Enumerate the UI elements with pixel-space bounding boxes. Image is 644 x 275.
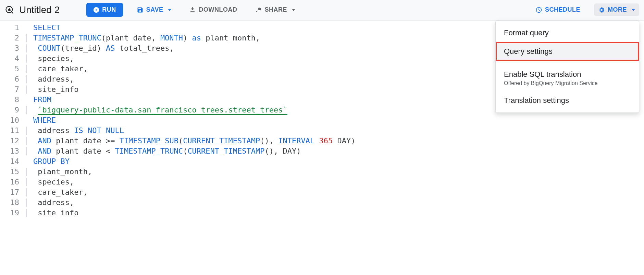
indent-guide	[26, 55, 27, 63]
indent-guide	[26, 34, 27, 42]
code-content: address IS NOT NULL	[33, 125, 124, 136]
run-label: RUN	[102, 6, 116, 13]
indent-guide	[26, 85, 27, 94]
code-content: address,	[33, 74, 74, 84]
code-content: WHERE	[33, 115, 56, 125]
schedule-icon	[535, 7, 542, 13]
run-button[interactable]: RUN	[86, 3, 123, 17]
line-number: 19	[0, 208, 24, 218]
indent-guide	[26, 106, 27, 114]
line-number: 14	[0, 156, 24, 167]
menu-enable-sql-translation[interactable]: Enable SQL translation Offered by BigQue…	[496, 65, 639, 91]
code-content: COUNT(tree_id) AS total_trees,	[33, 43, 174, 53]
code-content: FROM	[33, 95, 51, 105]
line-number: 11	[0, 125, 24, 136]
code-content: AND plant_date >= TIMESTAMP_SUB(CURRENT_…	[33, 136, 355, 146]
indent-guide	[26, 75, 27, 83]
code-content: AND plant_date < TIMESTAMP_TRUNC(CURRENT…	[33, 146, 301, 156]
indent-guide	[26, 199, 27, 207]
save-label: SAVE	[146, 6, 163, 13]
line-number: 6	[0, 74, 24, 84]
more-dropdown: Format query Query settings Enable SQL t…	[495, 21, 639, 113]
code-content: GROUP BY	[33, 156, 70, 167]
editor-line[interactable]: 16 species,	[0, 177, 644, 187]
menu-translate-label: Enable SQL translation	[504, 70, 631, 79]
line-number: 2	[0, 33, 24, 43]
save-button[interactable]: SAVE	[133, 3, 176, 16]
chevron-down-icon	[292, 9, 295, 11]
indent-guide	[26, 147, 27, 155]
more-button[interactable]: MORE	[594, 3, 639, 16]
indent-guide	[26, 178, 27, 186]
download-button[interactable]: DOWNLOAD	[185, 3, 241, 16]
code-content: care_taker,	[33, 187, 88, 198]
schedule-button[interactable]: SCHEDULE	[531, 3, 584, 16]
chevron-down-icon	[168, 9, 171, 11]
schedule-label: SCHEDULE	[545, 6, 580, 13]
code-content: site_info	[33, 208, 78, 218]
code-content: `bigquery-public-data.san_francisco_tree…	[33, 105, 287, 115]
save-icon	[137, 7, 144, 13]
code-content: site_info	[33, 84, 78, 95]
indent-guide	[26, 209, 27, 217]
line-number: 7	[0, 84, 24, 95]
line-number: 18	[0, 198, 24, 208]
code-content: care_taker,	[33, 64, 88, 74]
indent-guide	[26, 44, 27, 52]
code-content: TIMESTAMP_TRUNC(plant_date, MONTH) as pl…	[33, 33, 260, 43]
menu-format-query[interactable]: Format query	[496, 24, 639, 42]
menu-translation-settings[interactable]: Translation settings	[496, 91, 639, 110]
indent-guide	[26, 188, 27, 196]
editor-line[interactable]: 14GROUP BY	[0, 156, 644, 167]
svg-point-0	[6, 6, 13, 13]
editor-line[interactable]: 17 care_taker,	[0, 187, 644, 198]
indent-guide	[26, 137, 27, 145]
code-content: plant_month,	[33, 167, 92, 177]
download-label: DOWNLOAD	[199, 6, 237, 13]
chevron-down-icon	[632, 9, 635, 11]
share-label: SHARE	[264, 6, 287, 13]
code-content: address,	[33, 198, 74, 208]
play-icon	[93, 7, 99, 13]
editor-line[interactable]: 10WHERE	[0, 115, 644, 125]
indent-guide	[26, 127, 27, 135]
line-number: 8	[0, 95, 24, 105]
line-number: 16	[0, 177, 24, 187]
download-icon	[189, 7, 196, 13]
line-number: 15	[0, 167, 24, 177]
page-title[interactable]: Untitled 2	[19, 4, 60, 15]
code-content: species,	[33, 177, 74, 187]
svg-rect-2	[191, 11, 195, 12]
line-number: 13	[0, 146, 24, 156]
line-number: 4	[0, 53, 24, 64]
menu-translate-sub: Offered by BigQuery Migration Service	[504, 80, 631, 86]
line-number: 17	[0, 187, 24, 198]
menu-divider	[496, 63, 639, 63]
editor-line[interactable]: 12 AND plant_date >= TIMESTAMP_SUB(CURRE…	[0, 136, 644, 146]
title-area: Untitled 2	[5, 4, 60, 15]
line-number: 5	[0, 64, 24, 74]
editor-line[interactable]: 18 address,	[0, 198, 644, 208]
line-number: 12	[0, 136, 24, 146]
indent-guide	[26, 168, 27, 176]
share-icon	[255, 7, 262, 13]
more-label: MORE	[608, 6, 627, 13]
line-number: 3	[0, 43, 24, 53]
code-content: species,	[33, 53, 74, 64]
indent-guide	[26, 65, 27, 73]
line-number: 10	[0, 115, 24, 125]
editor-line[interactable]: 13 AND plant_date < TIMESTAMP_TRUNC(CURR…	[0, 146, 644, 156]
query-icon	[5, 5, 14, 15]
share-button[interactable]: SHARE	[251, 3, 299, 16]
menu-query-settings[interactable]: Query settings	[496, 42, 639, 61]
editor-line[interactable]: 19 site_info	[0, 208, 644, 218]
line-number: 1	[0, 23, 24, 33]
editor-line[interactable]: 11 address IS NOT NULL	[0, 125, 644, 136]
code-content: SELECT	[33, 23, 60, 33]
line-number: 9	[0, 105, 24, 115]
editor-line[interactable]: 15 plant_month,	[0, 167, 644, 177]
gear-icon	[598, 7, 605, 13]
toolbar: Untitled 2 RUN SAVE DOWNLOAD SHARE	[0, 0, 644, 21]
